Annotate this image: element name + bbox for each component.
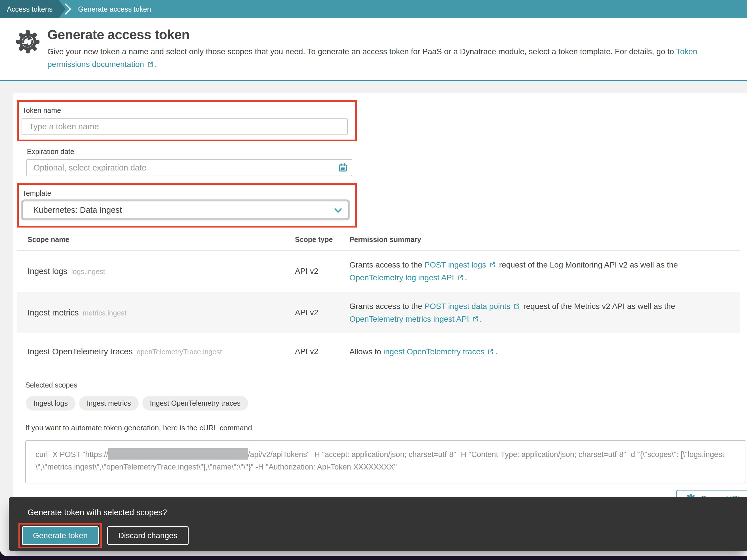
token-name-input[interactable] [22,118,348,135]
expiration-date-input[interactable] [26,159,352,176]
expiration-date-field: Expiration date [26,148,741,176]
scopes-table-header: Scope name Scope type Permission summary [17,233,740,251]
breadcrumb-label: Generate access token [78,5,151,13]
column-permission-summary: Permission summary [350,233,740,250]
post-ingest-logs-link[interactable]: POST ingest logs [424,260,486,269]
breadcrumb-item-generate-access-token[interactable]: Generate access token [71,0,158,18]
scope-name: Ingest logs [27,267,67,276]
curl-intro-text: If you want to automate token generation… [25,424,741,432]
content-card: Token name Expiration date Template Kube… [13,93,747,556]
permission-summary: Grants access to the POST ingest data po… [350,292,740,333]
chevron-down-icon [333,206,343,215]
chip-ingest-metrics: Ingest metrics [79,396,139,410]
generate-token-button[interactable]: Generate token [22,526,99,545]
external-link-icon [513,302,520,310]
table-row-ingest-metrics: Ingest metricsmetrics.ingest API v2 Gran… [17,292,740,333]
template-select[interactable]: Kubernetes: Data Ingest [22,201,349,219]
post-ingest-data-points-link[interactable]: POST ingest data points [424,302,511,311]
token-permissions-documentation-link[interactable]: Token permissions documentation [47,47,697,69]
template-selected-value: Kubernetes: Data Ingest [33,205,122,215]
breadcrumb: Access tokens Generate access token [0,0,747,18]
token-name-highlight-box: Token name [17,100,357,141]
footer-action-bar: Generate token with selected scopes? Gen… [9,497,747,551]
scope-name: Ingest OpenTelemetry traces [27,347,133,356]
page-title: Generate access token [47,27,739,42]
breadcrumb-chevron-icon [66,0,71,18]
permission-summary: Allows to ingest OpenTelemetry traces. [350,337,740,366]
discard-changes-button[interactable]: Discard changes [107,526,188,545]
template-label: Template [22,189,351,198]
chip-ingest-logs: Ingest logs [26,396,75,410]
scope-id: metrics.ingest [83,309,127,317]
curl-command-box[interactable]: curl -X POST "https:///api/v2/apiTokens"… [25,440,746,483]
scope-type: API v2 [295,267,350,276]
page-description: Give your new token a name and select on… [47,45,739,71]
opentelemetry-log-ingest-api-link[interactable]: OpenTelemetry log ingest API [350,273,454,282]
selected-scopes-chips: Ingest logs Ingest metrics Ingest OpenTe… [26,396,741,410]
template-highlight-box: Template Kubernetes: Data Ingest [17,183,357,228]
page: Access tokens Generate access token Gene… [0,0,747,556]
access-token-gear-icon [16,29,40,54]
scope-id: logs.ingest [71,268,105,276]
generate-token-highlight-box: Generate token [19,523,102,549]
breadcrumb-label: Access tokens [7,5,52,13]
external-link-icon [457,274,464,281]
breadcrumb-item-access-tokens[interactable]: Access tokens [0,0,66,18]
expiration-date-label: Expiration date [27,148,741,156]
redacted-tenant-host [108,448,248,460]
selected-scopes-label: Selected scopes [25,381,741,389]
text-caret [123,205,123,215]
opentelemetry-metrics-ingest-api-link[interactable]: OpenTelemetry metrics ingest API [350,314,469,324]
token-name-label: Token name [22,106,351,114]
column-scope-name: Scope name [17,233,295,250]
column-scope-type: Scope type [295,233,350,250]
footer-question: Generate token with selected scopes? [27,508,747,517]
scope-type: API v2 [295,347,350,356]
scope-name: Ingest metrics [27,308,79,317]
scope-type: API v2 [295,308,350,317]
chip-ingest-opentelemetry-traces: Ingest OpenTelemetry traces [143,396,249,410]
external-link-icon [487,348,494,355]
external-link-icon [489,261,496,269]
calendar-icon[interactable] [338,163,348,173]
table-row-ingest-logs: Ingest logslogs.ingest API v2 Grants acc… [17,251,740,292]
external-link-icon [147,60,154,68]
external-link-icon [472,315,479,323]
scopes-table: Scope name Scope type Permission summary… [17,233,740,370]
page-header: Generate access token Give your new toke… [0,18,747,81]
scope-id: openTelemetryTrace.ingest [137,348,222,356]
permission-summary: Grants access to the POST ingest logs re… [350,251,740,292]
table-row-ingest-opentelemetry-traces: Ingest OpenTelemetry tracesopenTelemetry… [17,333,740,370]
ingest-opentelemetry-traces-link[interactable]: ingest OpenTelemetry traces [383,347,484,356]
